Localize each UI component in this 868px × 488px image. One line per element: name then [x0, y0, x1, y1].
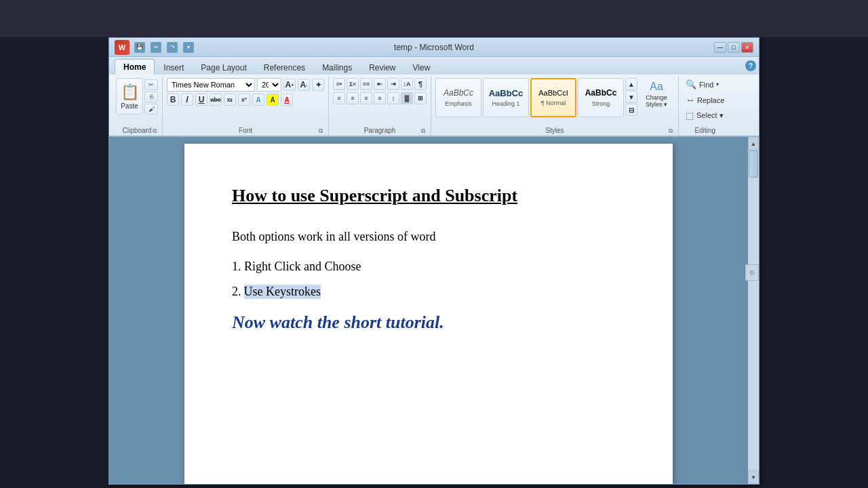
style-normal-label: ¶ Normal	[541, 100, 566, 106]
bullets-button[interactable]: ≡•	[333, 78, 345, 90]
select-button[interactable]: ⬚ Select ▾	[683, 109, 726, 122]
style-normal-preview: AaBbCcI	[538, 89, 568, 98]
font-group: Times New Roman Arial Calibri 20 12 14 1…	[163, 77, 329, 136]
close-button[interactable]: ✕	[741, 42, 753, 53]
shading-button[interactable]: ▓	[401, 92, 413, 104]
superscript-button[interactable]: x²	[238, 94, 250, 106]
italic-button[interactable]: I	[181, 94, 193, 106]
list-item-1: 1. Right Click and Choose	[232, 260, 625, 274]
cut-button[interactable]: ✂	[144, 79, 158, 90]
strikethrough-button[interactable]: abc	[210, 94, 222, 106]
style-heading1[interactable]: AaBbCc Heading 1	[483, 78, 529, 117]
increase-indent-button[interactable]: ⇥	[387, 78, 399, 90]
document-area: How to use Superscript and Subscript Bot…	[109, 137, 759, 484]
title-bar: W 💾 ↩ ↷ ▼ temp - Microsoft Word — □ ✕	[109, 38, 759, 57]
replace-button[interactable]: ↔ Replace	[683, 94, 727, 106]
align-right-button[interactable]: ≡	[360, 92, 372, 104]
office-button[interactable]: W	[115, 40, 130, 55]
borders-button[interactable]: ⊞	[414, 92, 427, 104]
paragraph-1: Both options work in all versions of wor…	[232, 228, 625, 246]
word-window: W 💾 ↩ ↷ ▼ temp - Microsoft Word — □ ✕ Ho…	[108, 37, 760, 485]
save-icon[interactable]: 💾	[134, 42, 145, 53]
document-page[interactable]: How to use Superscript and Subscript Bot…	[184, 144, 673, 484]
font-expand-icon[interactable]: ⧉	[319, 127, 327, 136]
text-effects-button[interactable]: A	[252, 94, 264, 106]
qat-dropdown-icon[interactable]: ▼	[183, 42, 194, 53]
multilevel-button[interactable]: ≡≡	[360, 78, 372, 90]
undo-icon[interactable]: ↩	[151, 42, 161, 53]
bold-button[interactable]: B	[167, 94, 179, 106]
style-strong-label: Strong	[592, 100, 610, 107]
scroll-up-icon[interactable]: ▲	[748, 137, 759, 150]
find-icon: 🔍	[686, 79, 696, 89]
tab-view[interactable]: View	[405, 60, 439, 75]
scroll-track[interactable]	[749, 150, 758, 470]
style-emphasis[interactable]: AaBbCc Emphasis	[435, 78, 481, 117]
clear-format-button[interactable]: ✦	[312, 79, 324, 91]
document-title: How to use Superscript and Subscript	[232, 184, 625, 207]
tab-references[interactable]: References	[256, 60, 313, 75]
browse-object-icon[interactable]: ⊙	[745, 264, 759, 281]
scroll-thumb[interactable]	[749, 150, 758, 178]
font-family-select[interactable]: Times New Roman Arial Calibri	[167, 78, 255, 92]
subscript-button[interactable]: x₂	[224, 94, 236, 106]
paragraph-label: Paragraph	[329, 127, 431, 134]
paste-label: Paste	[121, 102, 138, 110]
styles-scroll-down[interactable]: ▼	[625, 91, 637, 103]
copy-button[interactable]: ⎘	[144, 92, 158, 102]
find-label: Find	[699, 81, 713, 89]
styles-group: AaBbCc Emphasis AaBbCc Heading 1 AaBbCcI…	[431, 77, 679, 136]
sort-button[interactable]: ↕A	[401, 78, 413, 90]
styles-scroll-up[interactable]: ▲	[625, 78, 637, 90]
help-button[interactable]: ?	[745, 60, 756, 71]
style-heading1-preview: AaBbCc	[489, 88, 524, 99]
style-normal[interactable]: AaBbCcI ¶ Normal	[530, 78, 576, 117]
style-strong[interactable]: AaBbCc Strong	[578, 78, 624, 117]
paragraph-expand-icon[interactable]: ⧉	[421, 127, 429, 136]
styles-expand-icon[interactable]: ⧉	[669, 127, 677, 136]
tab-mailings[interactable]: Mailings	[314, 60, 360, 75]
show-formatting-button[interactable]: ¶	[414, 78, 427, 90]
window-title: temp - Microsoft Word	[394, 43, 474, 52]
ribbon-tabs: Home Insert Page Layout References Maili…	[109, 57, 759, 75]
align-center-button[interactable]: ≡	[347, 92, 359, 104]
change-styles-icon: Aa	[650, 81, 663, 93]
list-item-2-num: 2.	[232, 285, 241, 299]
styles-scroll-more[interactable]: ⊟	[625, 104, 637, 116]
find-button[interactable]: 🔍 Find ▾	[683, 78, 722, 91]
redo-icon[interactable]: ↷	[167, 42, 178, 53]
clipboard-small-buttons: ✂ ⎘ 🖌	[144, 79, 158, 115]
list-item-2-text: Use Keystrokes	[244, 285, 321, 299]
format-painter-button[interactable]: 🖌	[144, 104, 158, 115]
numbering-button[interactable]: 1≡	[347, 78, 359, 90]
minimize-button[interactable]: —	[714, 42, 726, 53]
list-item-1-text: 1. Right Click and Choose	[232, 260, 361, 274]
change-styles-button[interactable]: Aa ChangeStyles ▾	[639, 78, 674, 110]
underline-button[interactable]: U	[195, 94, 208, 106]
font-color-button[interactable]: A	[281, 94, 293, 106]
paragraph-group: ≡• 1≡ ≡≡ ⇤ ⇥ ↕A ¶ ≡ ≡ ≡ ≡ ↕ ▓ ⊞	[329, 77, 431, 136]
clipboard-group: 📋 Paste ✂ ⎘ 🖌 Clipboard ⧉	[112, 77, 163, 136]
align-left-button[interactable]: ≡	[333, 92, 345, 104]
paste-button[interactable]: 📋 Paste	[116, 78, 143, 115]
clipboard-expand-icon[interactable]: ⧉	[153, 127, 161, 136]
decrease-font-button[interactable]: A-	[298, 79, 310, 91]
tab-review[interactable]: Review	[361, 60, 403, 75]
tab-home[interactable]: Home	[115, 59, 155, 75]
increase-font-button[interactable]: A+	[283, 79, 296, 91]
justify-button[interactable]: ≡	[374, 92, 386, 104]
line-spacing-button[interactable]: ↕	[387, 92, 399, 104]
window-controls: — □ ✕	[714, 42, 753, 53]
style-emphasis-preview: AaBbCc	[443, 88, 473, 98]
highlight-button[interactable]: A	[267, 94, 279, 106]
document-content: How to use Superscript and Subscript Bot…	[109, 137, 748, 484]
tab-insert[interactable]: Insert	[155, 60, 192, 75]
select-label: Select ▾	[696, 111, 724, 120]
editing-label: Editing	[679, 127, 731, 134]
decrease-indent-button[interactable]: ⇤	[374, 78, 386, 90]
font-content: Times New Roman Arial Calibri 20 12 14 1…	[167, 78, 324, 134]
tab-page-layout[interactable]: Page Layout	[193, 60, 254, 75]
scroll-down-icon[interactable]: ▼	[748, 470, 759, 484]
maximize-button[interactable]: □	[728, 42, 740, 53]
font-size-select[interactable]: 20 12 14 16 18 24	[257, 78, 281, 92]
